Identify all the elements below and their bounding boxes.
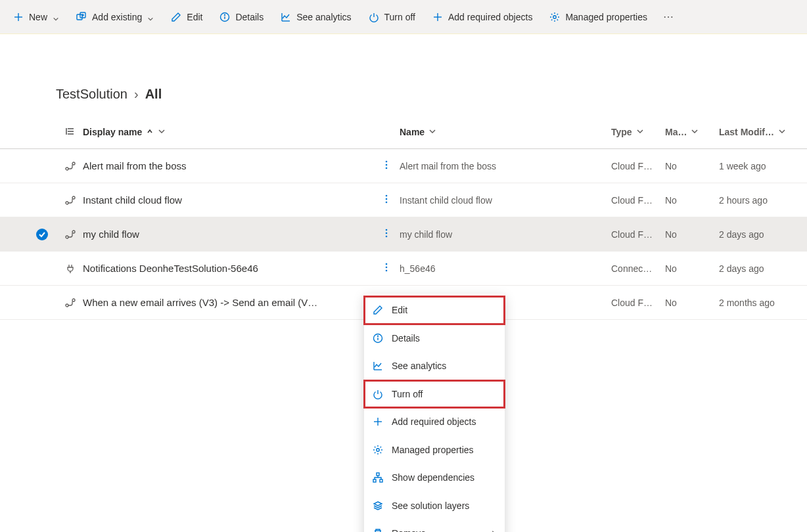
- display-name-cell[interactable]: When a new email arrives (V3) -> Send an…: [83, 297, 317, 308]
- chart-icon: [372, 361, 384, 371]
- type-cell: Cloud F…: [611, 161, 665, 171]
- turn-off-label: Turn off: [384, 12, 415, 22]
- flow-icon: [58, 298, 83, 308]
- column-display-name[interactable]: Display name: [83, 127, 373, 137]
- breadcrumb-separator: ›: [134, 87, 139, 102]
- power-icon: [369, 12, 379, 22]
- add-required-label: Add required objects: [448, 12, 532, 22]
- chevron-down-icon: [53, 14, 59, 20]
- ctx-managed-props[interactable]: Managed properties: [364, 436, 505, 464]
- svg-point-20: [386, 161, 388, 163]
- svg-point-26: [386, 229, 388, 231]
- flow-icon: [58, 229, 83, 240]
- column-name[interactable]: Name: [400, 127, 611, 137]
- flow-icon: [58, 195, 83, 206]
- ctx-dependencies[interactable]: Show dependencies: [364, 464, 505, 492]
- modified-cell: 2 hours ago: [719, 195, 798, 206]
- managed-properties-button[interactable]: Managed properties: [543, 0, 654, 33]
- info-icon: [372, 333, 384, 344]
- list-icon[interactable]: [58, 126, 83, 138]
- svg-point-25: [386, 202, 388, 204]
- svg-point-28: [386, 236, 388, 238]
- name-cell: my child flow: [400, 229, 611, 240]
- modified-cell: 2 days ago: [719, 263, 798, 274]
- row-menu-button[interactable]: [379, 226, 394, 242]
- table-row[interactable]: Alert mail from the bossAlert mail from …: [0, 149, 807, 183]
- ctx-layers[interactable]: See solution layers: [364, 492, 505, 520]
- svg-point-30: [386, 267, 388, 269]
- details-button[interactable]: Details: [213, 0, 270, 33]
- column-managed[interactable]: Ma…: [665, 127, 719, 137]
- managed-props-label: Managed properties: [565, 12, 647, 22]
- managed-cell: No: [665, 298, 719, 308]
- chart-icon: [281, 12, 291, 22]
- display-name-cell[interactable]: Alert mail from the boss: [83, 160, 187, 171]
- plug-icon: [58, 263, 83, 274]
- display-name-cell[interactable]: Instant child cloud flow: [83, 194, 182, 206]
- new-button[interactable]: New: [7, 0, 66, 33]
- analytics-label: See analytics: [296, 12, 351, 22]
- modified-cell: 2 months ago: [719, 298, 798, 308]
- display-name-cell[interactable]: my child flow: [83, 229, 139, 240]
- managed-cell: No: [665, 195, 719, 206]
- svg-point-31: [386, 270, 388, 272]
- column-type[interactable]: Type: [611, 127, 665, 137]
- managed-cell: No: [665, 161, 719, 171]
- svg-point-29: [386, 263, 388, 265]
- modified-cell: 1 week ago: [719, 161, 798, 171]
- ctx-edit[interactable]: Edit: [364, 296, 505, 324]
- chevron-down-icon: [158, 127, 166, 137]
- type-cell: Cloud F…: [611, 229, 665, 240]
- edit-icon: [372, 305, 384, 315]
- edit-label: Edit: [187, 12, 202, 22]
- type-cell: Cloud F…: [611, 195, 665, 206]
- table-row[interactable]: Instant child cloud flowInstant child cl…: [0, 183, 807, 217]
- gear-icon: [549, 12, 560, 22]
- solution-grid: Display name Name Type Ma… Last Modif…: [0, 115, 807, 320]
- display-name-cell[interactable]: Notifications DeonheTestSolution-56e46: [83, 263, 258, 274]
- selected-check-icon[interactable]: [36, 229, 48, 240]
- add-existing-icon: [76, 12, 87, 22]
- name-cell: h_56e46: [400, 263, 611, 274]
- plus-icon: [13, 12, 24, 22]
- plus-icon: [432, 12, 443, 22]
- ctx-add-required[interactable]: Add required objects: [364, 408, 505, 436]
- plus-icon: [372, 416, 384, 427]
- row-menu-button[interactable]: [379, 158, 394, 174]
- table-row[interactable]: Notifications DeonheTestSolution-56e46h_…: [0, 252, 807, 286]
- chevron-right-icon: [490, 528, 497, 532]
- row-menu-button[interactable]: [379, 260, 394, 277]
- ctx-details[interactable]: Details: [364, 324, 505, 353]
- row-menu-button[interactable]: [379, 192, 394, 208]
- edit-icon: [171, 12, 181, 22]
- table-row[interactable]: my child flowmy child flowCloud F…No2 da…: [0, 217, 807, 252]
- add-existing-button[interactable]: Add existing: [70, 0, 160, 33]
- breadcrumb-root[interactable]: TestSolution: [56, 87, 127, 102]
- ctx-analytics[interactable]: See analytics: [364, 352, 505, 380]
- tree-icon: [372, 472, 384, 483]
- details-label: Details: [235, 12, 264, 22]
- managed-cell: No: [665, 263, 719, 274]
- layers-icon: [372, 500, 384, 511]
- column-modified[interactable]: Last Modif…: [719, 127, 798, 137]
- ctx-remove[interactable]: Remove: [364, 520, 505, 532]
- edit-button[interactable]: Edit: [164, 0, 209, 33]
- info-icon: [219, 12, 230, 22]
- svg-point-21: [386, 164, 388, 166]
- breadcrumb: TestSolution › All: [0, 54, 807, 115]
- managed-cell: No: [665, 229, 719, 240]
- breadcrumb-leaf: All: [145, 87, 162, 102]
- type-cell: Cloud F…: [611, 298, 665, 308]
- grid-header-row: Display name Name Type Ma… Last Modif…: [0, 115, 807, 149]
- see-analytics-button[interactable]: See analytics: [274, 0, 357, 33]
- gear-icon: [372, 445, 384, 455]
- turn-off-button[interactable]: Turn off: [362, 0, 422, 33]
- svg-point-24: [386, 198, 388, 200]
- more-commands-button[interactable]: ⋯: [658, 11, 680, 23]
- ctx-turn-off[interactable]: Turn off: [364, 380, 505, 409]
- command-bar: New Add existing Edit Details See analyt…: [0, 0, 807, 34]
- name-cell: Instant child cloud flow: [400, 195, 611, 206]
- add-required-button[interactable]: Add required objects: [426, 0, 539, 33]
- chevron-down-icon: [428, 127, 436, 137]
- context-menu: Edit Details See analytics Turn off Add …: [364, 294, 505, 532]
